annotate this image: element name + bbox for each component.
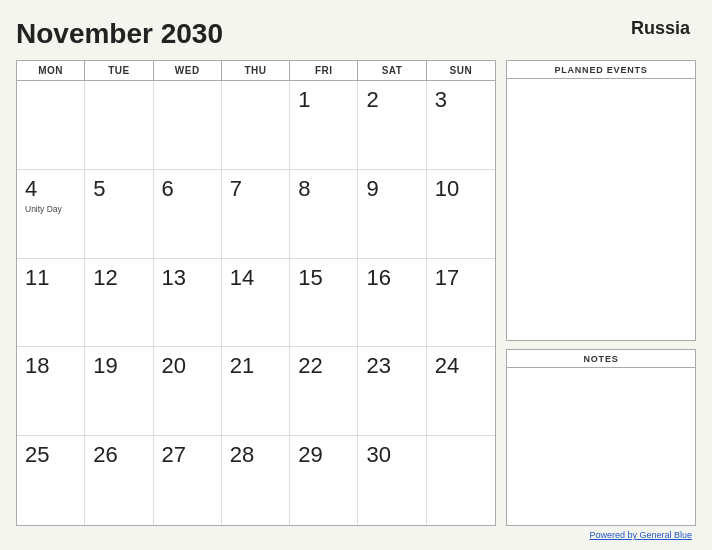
- footer: Powered by General Blue: [16, 530, 696, 540]
- cal-cell: 22: [290, 347, 358, 436]
- date-number: 6: [162, 176, 213, 202]
- cal-cell: 4Unity Day: [17, 170, 85, 259]
- cal-cell: 27: [154, 436, 222, 525]
- calendar-page: November 2030 Russia MONTUEWEDTHUFRISATS…: [0, 0, 712, 550]
- cal-cell: 28: [222, 436, 290, 525]
- cal-cell: 21: [222, 347, 290, 436]
- date-number: 22: [298, 353, 349, 379]
- cal-cell: 13: [154, 259, 222, 348]
- date-number: 11: [25, 265, 76, 291]
- notes-body: [507, 368, 695, 525]
- cal-cell: 24: [427, 347, 495, 436]
- date-number: 18: [25, 353, 76, 379]
- day-header-mon: MON: [17, 61, 85, 80]
- day-header-sat: SAT: [358, 61, 426, 80]
- main-content: MONTUEWEDTHUFRISATSUN 1234Unity Day56789…: [16, 60, 696, 526]
- date-number: 16: [366, 265, 417, 291]
- cal-cell: 11: [17, 259, 85, 348]
- date-number: 14: [230, 265, 281, 291]
- cal-cell: [222, 81, 290, 170]
- calendar-grid: 1234Unity Day567891011121314151617181920…: [17, 81, 495, 525]
- cal-cell: 26: [85, 436, 153, 525]
- header: November 2030 Russia: [16, 18, 696, 50]
- day-headers: MONTUEWEDTHUFRISATSUN: [17, 61, 495, 81]
- date-number: 19: [93, 353, 144, 379]
- date-number: 7: [230, 176, 281, 202]
- date-number: 5: [93, 176, 144, 202]
- cal-cell: 25: [17, 436, 85, 525]
- cal-cell: 8: [290, 170, 358, 259]
- planned-events-box: PLANNED EVENTS: [506, 60, 696, 341]
- cal-cell: 9: [358, 170, 426, 259]
- cal-cell: 10: [427, 170, 495, 259]
- day-header-wed: WED: [154, 61, 222, 80]
- cal-cell: 29: [290, 436, 358, 525]
- day-header-thu: THU: [222, 61, 290, 80]
- cal-cell: 20: [154, 347, 222, 436]
- planned-events-header: PLANNED EVENTS: [507, 61, 695, 79]
- date-number: 29: [298, 442, 349, 468]
- cal-cell: 7: [222, 170, 290, 259]
- cal-cell: [154, 81, 222, 170]
- cal-cell: 15: [290, 259, 358, 348]
- date-number: 28: [230, 442, 281, 468]
- day-header-sun: SUN: [427, 61, 495, 80]
- calendar-section: MONTUEWEDTHUFRISATSUN 1234Unity Day56789…: [16, 60, 496, 526]
- cal-cell: 1: [290, 81, 358, 170]
- date-number: 10: [435, 176, 487, 202]
- date-number: 2: [366, 87, 417, 113]
- event-label: Unity Day: [25, 204, 76, 214]
- date-number: 23: [366, 353, 417, 379]
- date-number: 8: [298, 176, 349, 202]
- cal-cell: 18: [17, 347, 85, 436]
- right-panel: PLANNED EVENTS NOTES: [506, 60, 696, 526]
- cal-cell: 5: [85, 170, 153, 259]
- date-number: 15: [298, 265, 349, 291]
- date-number: 17: [435, 265, 487, 291]
- powered-by-link[interactable]: Powered by General Blue: [589, 530, 692, 540]
- day-header-tue: TUE: [85, 61, 153, 80]
- month-title: November 2030: [16, 18, 223, 50]
- notes-box: NOTES: [506, 349, 696, 526]
- cal-cell: [85, 81, 153, 170]
- cal-cell: [17, 81, 85, 170]
- date-number: 26: [93, 442, 144, 468]
- cal-cell: 23: [358, 347, 426, 436]
- planned-events-body: [507, 79, 695, 340]
- cal-cell: 14: [222, 259, 290, 348]
- date-number: 4: [25, 176, 76, 202]
- date-number: 1: [298, 87, 349, 113]
- cal-cell: 19: [85, 347, 153, 436]
- cal-cell: 3: [427, 81, 495, 170]
- date-number: 12: [93, 265, 144, 291]
- notes-header: NOTES: [507, 350, 695, 368]
- date-number: 27: [162, 442, 213, 468]
- cal-cell: 12: [85, 259, 153, 348]
- date-number: 30: [366, 442, 417, 468]
- cal-cell: 17: [427, 259, 495, 348]
- date-number: 3: [435, 87, 487, 113]
- day-header-fri: FRI: [290, 61, 358, 80]
- country-title: Russia: [631, 18, 690, 39]
- cal-cell: 6: [154, 170, 222, 259]
- cal-cell: 16: [358, 259, 426, 348]
- date-number: 20: [162, 353, 213, 379]
- date-number: 13: [162, 265, 213, 291]
- cal-cell: 30: [358, 436, 426, 525]
- date-number: 21: [230, 353, 281, 379]
- cal-cell: 2: [358, 81, 426, 170]
- date-number: 25: [25, 442, 76, 468]
- date-number: 9: [366, 176, 417, 202]
- cal-cell: [427, 436, 495, 525]
- date-number: 24: [435, 353, 487, 379]
